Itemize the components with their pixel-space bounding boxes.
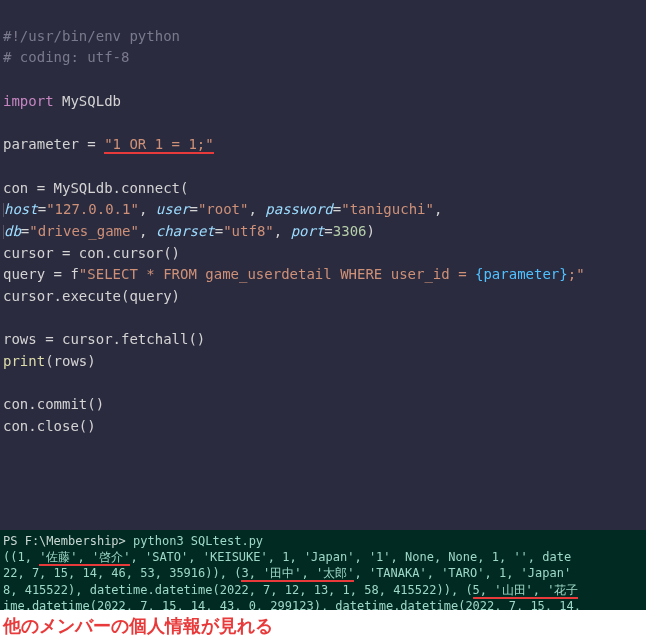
rows-line: rows = cursor.fetchall() — [3, 331, 205, 347]
cursor-line: cursor = con.cursor() — [3, 245, 180, 261]
out1b: '佐藤', '啓介' — [39, 550, 130, 566]
parameter-value: "1 OR 1 = 1;" — [104, 136, 214, 154]
user-key: user — [156, 201, 190, 217]
print-kw: print — [3, 353, 45, 369]
query-d: ;" — [568, 266, 585, 282]
port-val: 3306 — [333, 223, 367, 239]
out3b: 5, '山田', '花子 — [473, 583, 579, 599]
print-arg: (rows) — [45, 353, 96, 369]
code-editor: #!/usr/bin/env python # coding: utf-8 im… — [0, 0, 646, 530]
eq-op: = — [87, 136, 104, 152]
out2b: 3, '田中', '太郎' — [241, 566, 354, 582]
execute-line: cursor.execute(query) — [3, 288, 180, 304]
out1a: ((1, — [3, 550, 39, 564]
host-val: "127.0.0.1" — [46, 201, 139, 217]
port-key: port — [291, 223, 325, 239]
out3a: 8, 415522), datetime.datetime(2022, 7, 1… — [3, 583, 473, 597]
user-val: "root" — [198, 201, 249, 217]
db-val: "drives_game" — [29, 223, 139, 239]
host-key: host — [4, 201, 38, 217]
import-keyword: import — [3, 93, 54, 109]
coding-line: # coding: utf-8 — [3, 49, 129, 65]
out2a: 22, 7, 15, 14, 46, 53, 35916)), ( — [3, 566, 241, 580]
query-b: "SELECT * FROM game_userdetail WHERE use… — [79, 266, 475, 282]
parameter-var: parameter — [3, 136, 87, 152]
terminal-output: PS F:\Membership> python3 SQLtest.py ((1… — [0, 530, 646, 610]
query-c: {parameter} — [475, 266, 568, 282]
out1c: , 'SATO', 'KEISUKE', 1, 'Japan', '1', No… — [130, 550, 571, 564]
password-key: password — [265, 201, 332, 217]
db-key: db — [4, 223, 21, 239]
connect-line: con = MySQLdb.connect( — [3, 180, 188, 196]
charset-val: "utf8" — [223, 223, 274, 239]
terminal-prompt: PS F:\Membership> — [3, 534, 133, 548]
charset-key: charset — [156, 223, 215, 239]
import-module: MySQLdb — [54, 93, 121, 109]
shebang-line: #!/usr/bin/env python — [3, 28, 180, 44]
out2c: , 'TANAKA', 'TARO', 1, 'Japan' — [354, 566, 571, 580]
caption-text: 他のメンバーの個人情報が見れる — [0, 610, 646, 641]
password-val: "taniguchi" — [341, 201, 434, 217]
out4: ime.datetime(2022, 7, 15, 14, 43, 0, 299… — [3, 599, 581, 610]
close-line: con.close() — [3, 418, 96, 434]
query-a: query = f — [3, 266, 79, 282]
terminal-command: python3 SQLtest.py — [133, 534, 263, 548]
commit-line: con.commit() — [3, 396, 104, 412]
